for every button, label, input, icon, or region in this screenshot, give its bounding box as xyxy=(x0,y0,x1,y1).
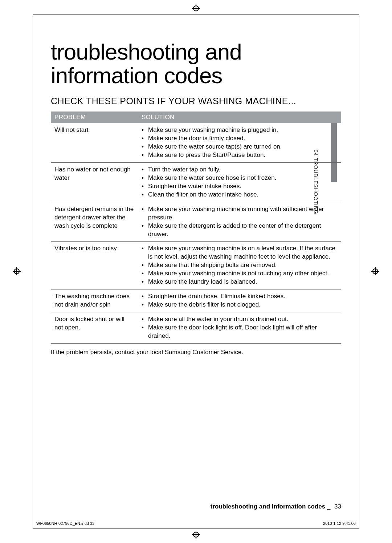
solution-item: Make sure all the water in your drum is … xyxy=(142,315,338,324)
table-row: Door is locked shut or will not open.Mak… xyxy=(51,312,341,344)
solution-item: Make sure your washing machine is not to… xyxy=(142,270,338,278)
solution-item: Make sure the door lock light is off. Do… xyxy=(142,324,338,340)
crop-mark-top xyxy=(33,15,359,15)
crop-mark-left xyxy=(33,15,33,528)
solution-cell: Turn the water tap on fully.Make sure th… xyxy=(138,162,341,202)
problem-cell: Has no water or not enough water xyxy=(51,162,138,202)
registration-mark-icon xyxy=(371,267,379,275)
table-row: Vibrates or is too noisyMake sure your w… xyxy=(51,242,341,289)
solution-item: Make sure your washing machine is plugge… xyxy=(142,126,338,134)
imposition-slug-date: 2010-1-12 9:41:06 xyxy=(323,521,356,526)
footnote: If the problem persists, contact your lo… xyxy=(51,349,341,356)
registration-mark-icon xyxy=(192,531,200,539)
footer-title: troubleshooting and information codes xyxy=(211,503,325,510)
col-header-solution: SOLUTION xyxy=(138,112,341,123)
solution-item: Make sure your washing machine is runnin… xyxy=(142,205,338,222)
crop-mark-right xyxy=(359,15,359,528)
solution-list: Make sure your washing machine is plugge… xyxy=(142,126,338,159)
solution-cell: Make sure all the water in your drum is … xyxy=(138,312,341,344)
problem-cell: Has detergent remains in the detergent d… xyxy=(51,202,138,242)
table-row: Has no water or not enough waterTurn the… xyxy=(51,162,341,202)
solution-item: Make sure the detergent is added to the … xyxy=(142,222,338,239)
solution-item: Make sure that the shipping bolts are re… xyxy=(142,261,338,270)
solution-list: Make sure all the water in your drum is … xyxy=(142,315,338,340)
solution-cell: Straighten the drain hose. Eliminate kin… xyxy=(138,289,341,312)
solution-cell: Make sure your washing machine is runnin… xyxy=(138,202,341,242)
solution-item: Make sure the door is firmly closed. xyxy=(142,134,338,143)
table-row: Will not startMake sure your washing mac… xyxy=(51,123,341,162)
section-heading: CHECK THESE POINTS IF YOUR WASHING MACHI… xyxy=(51,96,341,106)
solution-item: Straighten the water intake hoses. xyxy=(142,182,338,191)
problem-cell: Vibrates or is too noisy xyxy=(51,242,138,289)
page-title: troubleshooting and information codes xyxy=(51,40,341,87)
solution-list: Make sure your washing machine is on a l… xyxy=(142,244,338,286)
running-footer: troubleshooting and information codes _ … xyxy=(211,503,341,510)
registration-mark-icon xyxy=(192,4,200,12)
solution-item: Make sure the water source hose is not f… xyxy=(142,174,338,182)
solution-item: Turn the water tap on fully. xyxy=(142,166,338,174)
solution-cell: Make sure your washing machine is plugge… xyxy=(138,123,341,162)
col-header-problem: PROBLEM xyxy=(51,112,138,123)
troubleshooting-table: PROBLEM SOLUTION Will not startMake sure… xyxy=(51,112,341,344)
solution-item: Make sure the water source tap(s) are tu… xyxy=(142,143,338,151)
solution-cell: Make sure your washing machine is on a l… xyxy=(138,242,341,289)
problem-cell: Will not start xyxy=(51,123,138,162)
imposition-slug-file: WF0650NH-02796D_EN.indd 33 xyxy=(36,521,94,526)
page-number: 33 xyxy=(334,503,341,510)
solution-item: Make sure to press the Start/Pause butto… xyxy=(142,151,338,159)
table-header-row: PROBLEM SOLUTION xyxy=(51,112,341,123)
solution-item: Clean the filter on the water intake hos… xyxy=(142,191,338,199)
solution-list: Turn the water tap on fully.Make sure th… xyxy=(142,166,338,199)
solution-item: Make sure your washing machine is on a l… xyxy=(142,244,338,261)
table-row: The washing machine does not drain and/o… xyxy=(51,289,341,312)
page: 04 TROUBLESHOOTING troubleshooting and i… xyxy=(0,0,392,543)
problem-cell: Door is locked shut or will not open. xyxy=(51,312,138,344)
content-area: troubleshooting and information codes CH… xyxy=(51,40,341,356)
solution-item: Make sure the laundry load is balanced. xyxy=(142,278,338,286)
crop-mark-bottom xyxy=(33,528,359,528)
solution-list: Make sure your washing machine is runnin… xyxy=(142,205,338,239)
table-row: Has detergent remains in the detergent d… xyxy=(51,202,341,242)
registration-mark-icon xyxy=(13,267,21,275)
solution-list: Straighten the drain hose. Eliminate kin… xyxy=(142,292,338,309)
problem-cell: The washing machine does not drain and/o… xyxy=(51,289,138,312)
solution-item: Make sure the debris filter is not clogg… xyxy=(142,301,338,309)
solution-item: Straighten the drain hose. Eliminate kin… xyxy=(142,292,338,301)
footer-sep: _ xyxy=(327,503,330,510)
